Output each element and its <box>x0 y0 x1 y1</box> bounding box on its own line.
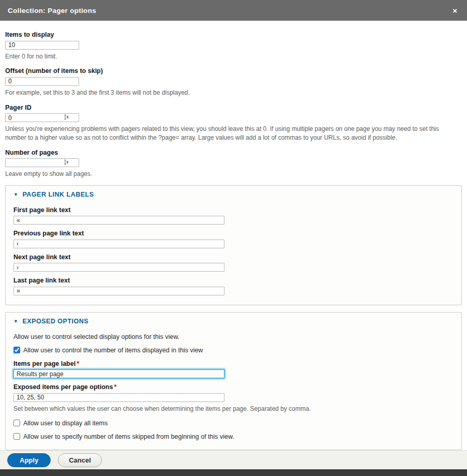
form-item-next-page-link: Next page link text <box>13 254 454 272</box>
close-icon[interactable]: × <box>450 6 459 16</box>
form-item-offset: Offset (number of items to skip) For exa… <box>5 67 462 97</box>
dialog-header: Collection: Pager options × <box>0 0 467 21</box>
required-marker: * <box>77 360 79 367</box>
form-item-items-to-display: Items to display Enter 0 for no limit. <box>5 31 462 61</box>
exposed-items-options-input[interactable] <box>13 393 224 402</box>
control-items-checkbox-row: Allow user to control the number of item… <box>13 347 454 354</box>
dialog-title: Collection: Pager options <box>8 7 96 14</box>
number-of-pages-input[interactable] <box>5 158 79 167</box>
items-to-display-label: Items to display <box>5 31 462 38</box>
display-all-checkbox[interactable] <box>13 420 20 426</box>
form-item-number-of-pages: Number of pages Leave empty to show all … <box>5 149 462 178</box>
next-page-link-label: Next page link text <box>13 254 454 261</box>
exposed-items-options-label: Exposed items per page options* <box>13 383 454 391</box>
offset-description: For example, set this to 3 and the first… <box>5 88 460 97</box>
cancel-button[interactable]: Cancel <box>58 453 102 467</box>
previous-page-link-label: Previous page link text <box>13 230 454 237</box>
pager-id-input[interactable] <box>5 113 79 122</box>
required-marker: * <box>114 383 116 391</box>
number-of-pages-label: Number of pages <box>5 149 462 156</box>
previous-page-link-input[interactable] <box>13 240 224 248</box>
pager-link-labels-legend[interactable]: ▼ PAGER LINK LABELS <box>13 191 454 198</box>
pager-id-label: Pager ID <box>5 104 462 111</box>
control-items-checkbox-label: Allow user to control the number of item… <box>23 347 203 354</box>
specify-skip-checkbox[interactable] <box>13 433 20 440</box>
last-page-link-input[interactable] <box>13 287 224 295</box>
form-item-previous-page-link: Previous page link text <box>13 230 454 248</box>
offset-input[interactable] <box>5 77 79 86</box>
next-page-link-input[interactable] <box>13 263 224 272</box>
form-item-pager-id: Pager ID Unless you're experiencing prob… <box>5 104 462 142</box>
form-item-last-page-link: Last page link text <box>13 277 454 295</box>
collapse-arrow-icon: ▼ <box>13 319 18 324</box>
items-per-page-label-label: Items per page label* <box>13 360 454 367</box>
fieldset-pager-link-labels: ▼ PAGER LINK LABELS First page link text… <box>5 185 462 305</box>
pager-id-description: Unless you're experiencing problems with… <box>5 125 460 142</box>
form-item-items-per-page-label: Items per page label* <box>13 360 454 379</box>
dialog-footer: Apply Cancel <box>0 450 467 469</box>
offset-label: Offset (number of items to skip) <box>5 67 462 75</box>
first-page-link-input[interactable] <box>13 216 224 225</box>
last-page-link-label: Last page link text <box>13 277 454 284</box>
form-item-first-page-link: First page link text <box>13 206 454 225</box>
display-all-checkbox-label: Allow user to display all items <box>23 420 108 427</box>
items-to-display-description: Enter 0 for no limit. <box>5 52 460 61</box>
items-to-display-input[interactable] <box>5 41 79 50</box>
control-items-checkbox[interactable] <box>13 347 20 353</box>
exposed-items-options-description: Set between which values the user can ch… <box>13 405 454 413</box>
exposed-options-legend-text: EXPOSED OPTIONS <box>22 318 88 325</box>
number-of-pages-description: Leave empty to show all pages. <box>5 170 460 178</box>
specify-skip-checkbox-label: Allow user to specify number of items sk… <box>23 433 234 440</box>
apply-button[interactable]: Apply <box>7 453 51 467</box>
collapse-arrow-icon: ▼ <box>13 192 18 197</box>
specify-skip-checkbox-row: Allow user to specify number of items sk… <box>13 433 454 440</box>
exposed-options-legend[interactable]: ▼ EXPOSED OPTIONS <box>13 318 454 325</box>
form-item-exposed-items-options: Exposed items per page options* Set betw… <box>13 383 454 413</box>
first-page-link-label: First page link text <box>13 206 454 214</box>
dialog-body: Items to display Enter 0 for no limit. O… <box>0 21 467 476</box>
exposed-options-intro: Allow user to control selected display o… <box>13 333 454 340</box>
pager-link-labels-legend-text: PAGER LINK LABELS <box>22 191 94 198</box>
items-per-page-label-input[interactable] <box>13 369 224 378</box>
display-all-checkbox-row: Allow user to display all items <box>13 420 454 427</box>
page-background-strip <box>0 469 467 476</box>
fieldset-exposed-options: ▼ EXPOSED OPTIONS Allow user to control … <box>5 312 462 450</box>
